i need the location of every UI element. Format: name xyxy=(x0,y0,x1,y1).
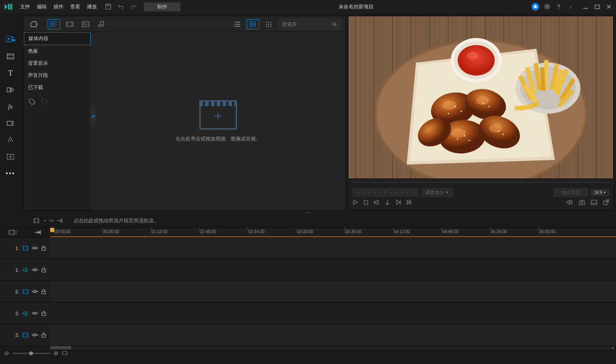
snapshot-icon[interactable] xyxy=(579,200,585,205)
h-scrollbar[interactable]: ▶ xyxy=(0,346,616,349)
svg-point-95 xyxy=(502,134,504,135)
filter-video-icon[interactable] xyxy=(64,19,76,29)
eye-icon[interactable] xyxy=(32,246,38,250)
tag-add-icon[interactable]: + xyxy=(28,98,37,107)
zoom-in-icon[interactable]: ⊕ xyxy=(53,350,59,356)
view-grid-icon[interactable] xyxy=(247,19,259,29)
ruler-tick: 01:12:00 xyxy=(151,229,168,234)
track-body[interactable] xyxy=(50,281,616,302)
volume-icon[interactable] xyxy=(566,199,573,205)
track-header[interactable]: 2. xyxy=(0,281,50,302)
track-header[interactable]: 2. xyxy=(0,303,50,324)
zoom-fit-icon[interactable] xyxy=(62,351,68,356)
next-frame-icon[interactable] xyxy=(396,200,401,205)
resize-handle[interactable]: ••••• xyxy=(0,211,616,214)
menu-file[interactable]: 文件 xyxy=(20,3,30,10)
tool-more[interactable]: ••• xyxy=(5,168,16,179)
library-content[interactable]: ◀ + 在此处单击或拖放视频、图像或音频。 xyxy=(91,32,345,210)
marker-icon[interactable] xyxy=(385,200,390,205)
aspect-ratio[interactable]: 16:9▼ xyxy=(591,189,609,196)
track-view-icon[interactable] xyxy=(8,229,18,235)
track-end-icon[interactable] xyxy=(34,230,42,235)
redo-icon[interactable] xyxy=(130,3,137,10)
collapse-handle-icon[interactable]: ◀ xyxy=(90,107,95,124)
menu-view[interactable]: 查看 xyxy=(70,3,80,10)
ruler-tick: 03:00:00 xyxy=(297,229,313,234)
menu-edit[interactable]: 编辑 xyxy=(37,3,47,10)
zoom-slider[interactable] xyxy=(13,353,50,354)
eye-icon[interactable] xyxy=(32,267,38,272)
cat-downloaded[interactable]: 已下载 xyxy=(24,81,91,94)
tool-overlay[interactable] xyxy=(5,118,16,129)
lock-icon[interactable] xyxy=(41,332,46,338)
track-header[interactable]: 1. xyxy=(0,237,50,259)
search-input[interactable] xyxy=(278,19,341,29)
filter-image-icon[interactable] xyxy=(79,19,92,29)
zoom-out-icon[interactable]: ⊖ xyxy=(4,350,9,356)
tool-room[interactable] xyxy=(5,51,16,62)
undo-icon[interactable] xyxy=(117,3,125,10)
menu-play[interactable]: 播放 xyxy=(87,3,97,10)
stop-icon[interactable] xyxy=(364,200,368,205)
ruler-tick: 06:00:00 xyxy=(539,229,555,234)
filter-media-icon[interactable] xyxy=(48,19,60,29)
search-icon[interactable] xyxy=(332,21,337,27)
tag-icon[interactable] xyxy=(41,98,50,107)
display-options-icon[interactable] xyxy=(591,200,597,205)
lock-icon[interactable] xyxy=(41,289,46,294)
close-icon[interactable] xyxy=(605,3,613,10)
timeline-tool1-icon[interactable] xyxy=(33,218,41,224)
fast-forward-icon[interactable] xyxy=(407,200,412,205)
view-menu-icon[interactable] xyxy=(262,19,275,29)
import-icon[interactable] xyxy=(28,19,41,29)
tool-media[interactable]: ◀ xyxy=(5,34,16,45)
settings-icon[interactable] xyxy=(543,3,551,10)
track-body[interactable] xyxy=(50,237,616,259)
view-list-icon[interactable] xyxy=(231,19,243,29)
maximize-icon[interactable] xyxy=(593,3,601,10)
menu-plugins[interactable]: 插件 xyxy=(53,3,64,10)
timecode[interactable]: - - : - - : - - : - - xyxy=(353,188,418,196)
cat-sound[interactable]: 声音片段 xyxy=(24,69,91,81)
preview-viewport[interactable] xyxy=(348,16,613,179)
popout-icon[interactable] xyxy=(603,199,609,205)
produce-button[interactable]: 制作 xyxy=(144,3,181,11)
cat-media[interactable]: 媒体内容 xyxy=(24,32,91,45)
eye-icon[interactable] xyxy=(32,311,38,316)
filter-audio-icon[interactable] xyxy=(95,19,108,29)
save-icon[interactable] xyxy=(104,3,112,10)
cat-bgm[interactable]: 背景音乐 xyxy=(24,57,91,69)
ruler-tick: 00:36:00 xyxy=(103,229,119,234)
track-body[interactable] xyxy=(50,259,616,280)
minimize-icon[interactable] xyxy=(582,3,589,10)
timeline-tool2-icon[interactable] xyxy=(56,218,63,224)
track-body[interactable] xyxy=(50,324,616,346)
svg-rect-101 xyxy=(591,200,597,204)
tool-effect[interactable]: fx xyxy=(5,101,16,112)
track-header[interactable]: 1. xyxy=(0,259,50,280)
down-icon[interactable]: ↓ xyxy=(567,3,574,10)
lock-icon[interactable] xyxy=(41,311,46,316)
svg-point-46 xyxy=(266,25,267,27)
ruler-tick: 02:24:00 xyxy=(248,229,265,234)
eye-icon[interactable] xyxy=(32,289,38,294)
eye-icon[interactable] xyxy=(32,333,38,337)
help-icon[interactable]: ? xyxy=(555,3,563,10)
play-icon[interactable] xyxy=(353,200,358,205)
cat-color[interactable]: 色板 xyxy=(24,45,91,57)
preview-scrubber[interactable] xyxy=(348,179,613,186)
svg-rect-127 xyxy=(42,313,46,316)
track-header[interactable]: 3. xyxy=(0,324,50,346)
fit-dropdown[interactable]: 适合大小▼ xyxy=(422,188,453,197)
tool-title[interactable]: T xyxy=(5,68,16,79)
render-preview-button[interactable]: 输出预览 xyxy=(554,188,588,197)
prev-frame-icon[interactable] xyxy=(374,200,379,205)
lock-icon[interactable] xyxy=(41,245,46,251)
track-body[interactable] xyxy=(50,303,616,324)
tool-particle[interactable] xyxy=(5,135,16,145)
lock-icon[interactable] xyxy=(41,267,46,272)
tool-capture[interactable] xyxy=(5,151,16,162)
notification-icon[interactable] xyxy=(532,3,539,10)
tool-transition[interactable] xyxy=(5,84,16,95)
track-type-icon xyxy=(23,289,28,294)
